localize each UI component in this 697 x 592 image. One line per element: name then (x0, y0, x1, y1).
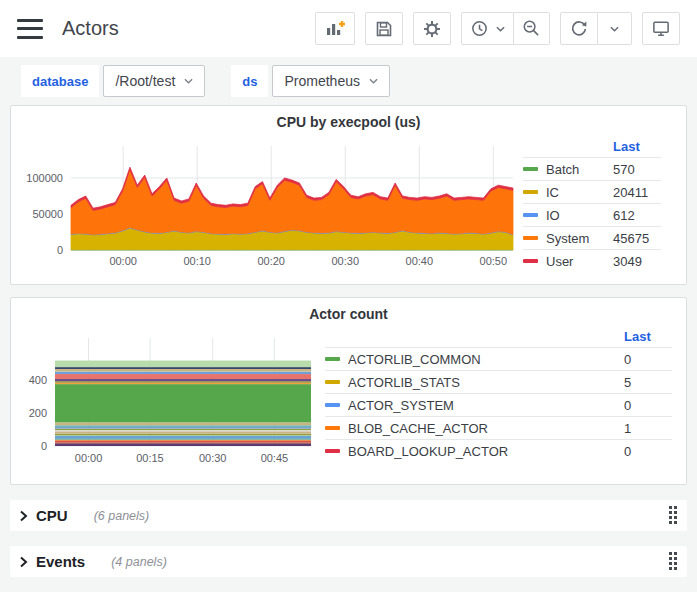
legend-series-label[interactable]: System (546, 231, 613, 246)
dashboard-title[interactable]: Actors (62, 17, 119, 40)
svg-text:0: 0 (41, 440, 47, 452)
zoom-out-time-button[interactable] (514, 12, 550, 45)
series-color-swatch[interactable] (325, 426, 340, 430)
add-panel-button[interactable] (315, 12, 355, 45)
legend-series-value: 5 (624, 375, 672, 390)
series-color-swatch[interactable] (523, 190, 538, 194)
legend-series-label[interactable]: User (546, 254, 613, 269)
legend-series-label[interactable]: ACTORLIB_COMMON (348, 352, 624, 367)
panel-title[interactable]: CPU by execpool (us) (11, 106, 686, 134)
legend-series-value: 0 (624, 352, 672, 367)
clock-icon (470, 19, 489, 38)
menu-toggle-button[interactable] (17, 19, 43, 39)
save-dashboard-button[interactable] (365, 12, 403, 45)
legend-series-value: 3049 (613, 254, 661, 269)
series-color-swatch[interactable] (523, 213, 538, 217)
legend-row: ACTOR_SYSTEM0 (325, 393, 672, 416)
legend-series-label[interactable]: BLOB_CACHE_ACTOR (348, 421, 624, 436)
row-title[interactable]: Events (36, 553, 85, 570)
legend-row: ACTORLIB_COMMON0 (325, 347, 672, 370)
svg-text:00:00: 00:00 (109, 255, 137, 267)
legend-series-value: 20411 (613, 185, 661, 200)
gear-icon (422, 19, 442, 39)
chevron-right-icon (19, 556, 28, 568)
refresh-icon (569, 19, 589, 39)
actor-count-legend: Last ACTORLIB_COMMON0ACTORLIB_STATS5ACTO… (325, 326, 672, 462)
legend-series-value: 45675 (613, 231, 661, 246)
legend-series-label[interactable]: ACTOR_SYSTEM (348, 398, 624, 413)
monitor-icon (651, 19, 671, 38)
series-color-swatch[interactable] (523, 259, 538, 263)
panel-actor-count: Actor count 020040000:0000:1500:3000:45 … (10, 297, 687, 485)
legend-row: IC20411 (523, 180, 661, 203)
svg-text:0: 0 (57, 244, 63, 256)
legend-series-label[interactable]: IO (546, 208, 613, 223)
refresh-interval-button[interactable] (598, 12, 632, 45)
legend-last-header[interactable]: Last (624, 329, 672, 344)
svg-text:50000: 50000 (32, 208, 63, 220)
chevron-down-icon (610, 26, 619, 32)
svg-text:00:00: 00:00 (75, 452, 103, 464)
dashboard-settings-button[interactable] (413, 12, 451, 45)
svg-text:00:30: 00:30 (199, 452, 227, 464)
legend-row: BOARD_LOOKUP_ACTOR0 (325, 439, 672, 462)
cpu-execpool-chart[interactable]: 05000010000000:0000:1000:2000:3000:4000:… (11, 134, 523, 282)
dashboard-rows: CPU (6 panels) Events (4 panels) (0, 500, 697, 577)
chevron-down-icon (496, 26, 505, 32)
row-events[interactable]: Events (4 panels) (10, 546, 687, 577)
legend-row: System45675 (523, 226, 661, 249)
series-color-swatch[interactable] (523, 236, 538, 240)
cpu-legend: Last Batch570IC20411IO612System45675User… (523, 136, 661, 272)
svg-text:00:45: 00:45 (261, 452, 289, 464)
row-panel-count: (6 panels) (94, 509, 150, 523)
legend-series-label[interactable]: IC (546, 185, 613, 200)
variable-dropdown-ds[interactable]: Prometheus (272, 65, 389, 97)
dashboard-panels: CPU by execpool (us) 05000010000000:0000… (0, 105, 697, 485)
row-title[interactable]: CPU (36, 507, 68, 524)
legend-series-value: 612 (613, 208, 661, 223)
legend-series-label[interactable]: BOARD_LOOKUP_ACTOR (348, 444, 624, 459)
hamburger-icon (17, 19, 43, 22)
svg-text:200: 200 (29, 407, 47, 419)
variable-dropdown-database[interactable]: /Root/test (103, 65, 205, 97)
series-color-swatch[interactable] (325, 357, 340, 361)
row-drag-handle-icon[interactable] (669, 552, 678, 571)
row-drag-handle-icon[interactable] (669, 506, 678, 525)
legend-series-value: 570 (613, 162, 661, 177)
legend-series-label[interactable]: Batch (546, 162, 613, 177)
dashboard-toolbar (315, 12, 680, 45)
legend-series-value: 0 (624, 444, 672, 459)
svg-text:00:30: 00:30 (331, 255, 359, 267)
row-cpu[interactable]: CPU (6 panels) (10, 500, 687, 531)
svg-text:00:10: 00:10 (183, 255, 211, 267)
cycle-view-mode-button[interactable] (642, 12, 680, 45)
save-icon (374, 19, 394, 39)
chevron-down-icon (184, 78, 193, 84)
actor-count-chart[interactable]: 020040000:0000:1500:3000:45 (11, 326, 321, 478)
top-navbar: Actors (0, 0, 697, 57)
panel-title[interactable]: Actor count (11, 298, 686, 326)
time-range-picker-button[interactable] (461, 12, 514, 45)
variable-value-database: /Root/test (115, 73, 175, 89)
variable-value-ds: Prometheus (284, 73, 359, 89)
legend-series-value: 1 (624, 421, 672, 436)
svg-text:00:50: 00:50 (480, 255, 508, 267)
legend-last-header[interactable]: Last (613, 139, 661, 154)
legend-row: ACTORLIB_STATS5 (325, 370, 672, 393)
legend-row: IO612 (523, 203, 661, 226)
svg-text:00:20: 00:20 (257, 255, 285, 267)
refresh-group (560, 12, 632, 45)
svg-text:100000: 100000 (26, 172, 63, 184)
legend-row: User3049 (523, 249, 661, 272)
refresh-button[interactable] (560, 12, 598, 45)
legend-row: BLOB_CACHE_ACTOR1 (325, 416, 672, 439)
series-color-swatch[interactable] (325, 449, 340, 453)
series-color-swatch[interactable] (325, 403, 340, 407)
legend-series-label[interactable]: ACTORLIB_STATS (348, 375, 624, 390)
zoom-out-icon (522, 19, 541, 38)
series-color-swatch[interactable] (325, 380, 340, 384)
template-variables-row: database /Root/test ds Prometheus (0, 57, 697, 105)
variable-label-database: database (21, 65, 99, 97)
legend-series-value: 0 (624, 398, 672, 413)
series-color-swatch[interactable] (523, 167, 538, 171)
